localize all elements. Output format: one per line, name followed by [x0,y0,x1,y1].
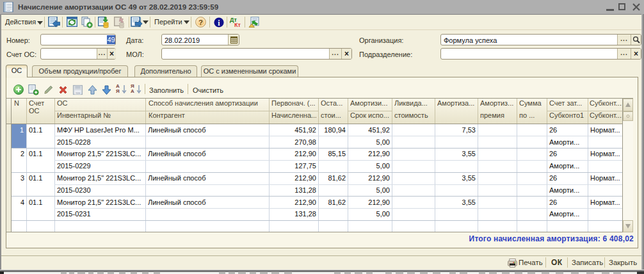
svg-text:ток: ток [76,91,81,95]
svg-text:?: ? [198,19,203,26]
